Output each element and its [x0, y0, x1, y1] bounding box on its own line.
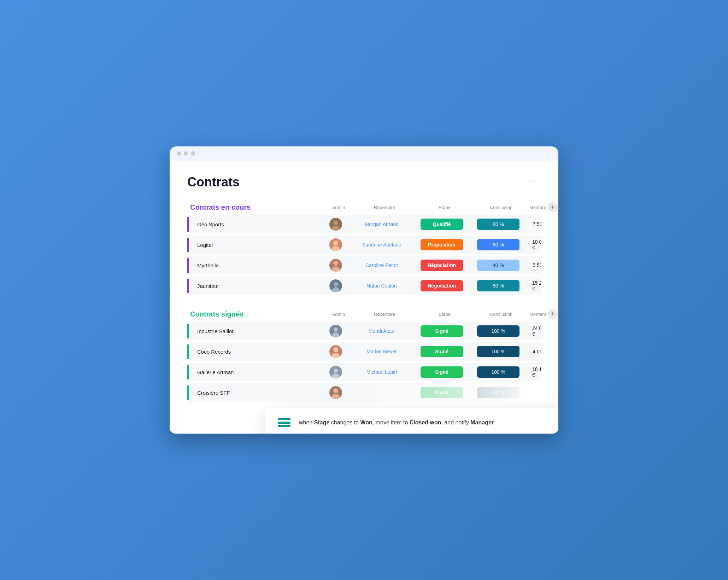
- table-row: Coco Records Marion Meyer Signé 100 % 4 …: [187, 342, 541, 361]
- row-name: Géo Sports: [193, 221, 224, 227]
- repertoire-cell[interactable]: Sandrine Attelane: [350, 239, 413, 250]
- table-row: Jaunitour Natan Coulon Négociation 80 % …: [187, 277, 541, 295]
- row-name: Croisière SFF: [193, 390, 230, 396]
- repertoire-cell[interactable]: Michael Lupin: [350, 366, 413, 378]
- avatar: [329, 386, 342, 399]
- row-name-cell: Coco Records: [187, 344, 322, 359]
- conclusion-bar: 60 %: [477, 239, 519, 250]
- add-button-en-cours[interactable]: +: [548, 202, 558, 212]
- row-name-cell: Industrie Saillot: [187, 324, 322, 338]
- icon-bar-2: [278, 422, 290, 424]
- repertoire-link[interactable]: Marion Meyer: [366, 349, 397, 354]
- montant-cell: [527, 390, 541, 395]
- row-name-cell: Logitel: [187, 238, 322, 252]
- conclusion-cell: 60 %: [470, 237, 527, 253]
- row-border: [187, 324, 189, 338]
- montant-cell: 4 000 €: [527, 346, 541, 357]
- row-border: [187, 344, 189, 359]
- etape-cell: Signé: [413, 323, 470, 339]
- admin-cell: [322, 215, 350, 233]
- row-border: [187, 238, 189, 252]
- avatar: [329, 325, 342, 337]
- avatar: [329, 279, 342, 292]
- etape-cell: Qualifié: [413, 216, 470, 232]
- montant-cell: 24 000 €: [527, 323, 541, 340]
- col-header-montant-1: Montant +: [529, 202, 558, 212]
- repertoire-cell[interactable]: Mehdi Atour: [350, 325, 413, 337]
- etape-badge: Négociation: [421, 280, 463, 291]
- section-signes: Contrats signés Admin Répertoire Étape C…: [187, 309, 541, 402]
- conclusion-cell: 100 %: [470, 385, 527, 400]
- traffic-light-2: [184, 151, 188, 156]
- etape-badge: Signé: [421, 346, 463, 357]
- repertoire-link[interactable]: Caroline Petiot: [365, 262, 398, 268]
- repertoire-cell[interactable]: Marion Meyer: [350, 346, 413, 357]
- montant-cell: 18 100 €: [527, 364, 541, 381]
- traffic-light-1: [177, 151, 181, 156]
- repertoire-link[interactable]: Sandrine Attelane: [362, 242, 401, 248]
- repertoire-link[interactable]: Mehdi Atour: [369, 328, 395, 334]
- repertoire-cell[interactable]: Morgan Arnaud: [350, 219, 413, 230]
- more-options-button[interactable]: ···: [527, 175, 541, 187]
- avatar: [329, 218, 342, 231]
- automation-icon: [278, 418, 290, 427]
- admin-cell: [322, 277, 350, 295]
- col-header-admin-2: Admin: [324, 312, 353, 317]
- etape-badge: Signé: [421, 387, 463, 398]
- etape-cell: Proposition: [413, 237, 470, 253]
- etape-cell: Signé: [413, 364, 470, 380]
- svg-point-15: [334, 327, 338, 332]
- row-border: [187, 258, 189, 273]
- admin-cell: [322, 256, 350, 274]
- admin-cell: [322, 383, 350, 402]
- row-name: Myrthelle: [193, 262, 219, 268]
- table-row: Croisière SFF Signé 100 %: [187, 383, 541, 402]
- traffic-light-3: [191, 151, 195, 156]
- conclusion-cell: 80 %: [470, 216, 527, 232]
- avatar: [329, 345, 342, 358]
- col-header-etape-2: Étape: [416, 312, 473, 317]
- conclusion-bar: 100 %: [477, 325, 519, 337]
- browser-window: Contrats ··· Contrats en cours Admin Rép…: [170, 146, 558, 434]
- avatar: [329, 259, 342, 272]
- browser-content: Contrats ··· Contrats en cours Admin Rép…: [170, 161, 558, 434]
- table-row: Géo Sports Morgan Arnaud Qualifié 80 % 7…: [187, 215, 541, 233]
- svg-point-4: [333, 240, 338, 245]
- admin-cell: [322, 236, 350, 254]
- icon-bar-3: [278, 425, 290, 427]
- montant-cell: 7 500 €: [527, 219, 541, 230]
- admin-cell: [322, 322, 350, 340]
- conclusion-cell: 40 %: [470, 257, 527, 273]
- add-button-signes[interactable]: +: [548, 309, 558, 319]
- etape-badge: Qualifié: [421, 219, 463, 230]
- conclusion-cell: 100 %: [470, 364, 527, 380]
- avatar: [329, 366, 342, 378]
- montant-cell: 10 000 €: [527, 236, 541, 253]
- etape-cell: Négociation: [413, 257, 470, 273]
- repertoire-cell[interactable]: Natan Coulon: [350, 280, 413, 291]
- row-border: [187, 279, 189, 293]
- icon-bar-1: [278, 418, 290, 420]
- conclusion-bar: 80 %: [477, 219, 519, 230]
- admin-cell: [322, 342, 350, 361]
- row-name: Logitel: [193, 242, 213, 248]
- tooltip-text: when Stage changes to Won, move item to …: [299, 418, 494, 427]
- col-header-repertoire-1: Répertoire: [353, 205, 416, 210]
- conclusion-bar: 80 %: [477, 280, 519, 291]
- repertoire-link[interactable]: Natan Coulon: [366, 283, 397, 289]
- conclusion-cell: 100 %: [470, 344, 527, 359]
- section-title-signes: Contrats signés: [190, 310, 324, 318]
- repertoire-cell[interactable]: Caroline Petiot: [350, 260, 413, 271]
- etape-badge: Négociation: [421, 260, 463, 271]
- table-row: Myrthelle Caroline Petiot Négociation 40…: [187, 256, 541, 274]
- repertoire-link[interactable]: Morgan Arnaud: [365, 221, 399, 227]
- conclusion-bar: 100 %: [477, 366, 519, 378]
- table-row: Industrie Saillot Mehdi Atour Signé 100 …: [187, 322, 541, 340]
- montant-cell: 5 500 €: [527, 260, 541, 271]
- svg-point-1: [334, 221, 338, 225]
- row-name-cell: Croisière SFF: [187, 385, 322, 400]
- table-row: Gallerie Artman Michael Lupin Signé 100 …: [187, 363, 541, 381]
- col-header-etape-1: Étape: [416, 205, 473, 210]
- etape-cell: Négociation: [413, 278, 470, 294]
- repertoire-link[interactable]: Michael Lupin: [366, 369, 397, 375]
